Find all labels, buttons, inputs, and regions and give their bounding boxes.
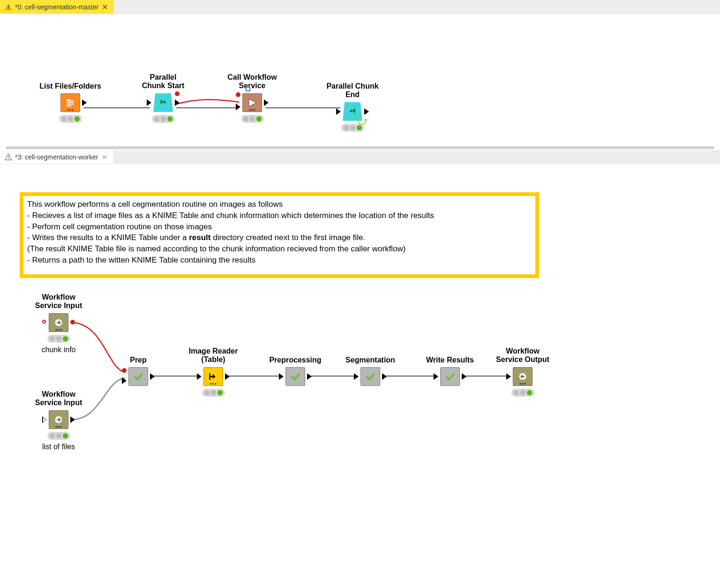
node-label: Parallel Chunk Start <box>130 73 196 90</box>
output-port[interactable] <box>225 373 230 380</box>
horizontal-scrollbar[interactable] <box>6 146 714 149</box>
node-label: Preprocessing <box>262 356 328 364</box>
node-label: Segmentation <box>338 356 403 364</box>
annotation-line: - Writes the results to a KNIME Table un… <box>27 232 532 243</box>
status-lights <box>47 335 70 343</box>
node-label: Workflow Service Input <box>26 293 91 310</box>
node-call-workflow-service[interactable]: Call Workflow Service <box>219 73 285 123</box>
annotation-line: - Perform cell cegmentation routine on t… <box>27 221 532 233</box>
warning-icon <box>5 153 12 161</box>
svg-rect-7 <box>8 158 8 159</box>
flowvar-in-port[interactable] <box>236 92 240 97</box>
input-port[interactable] <box>506 373 511 380</box>
loop-arrow-icon <box>357 115 367 126</box>
output-port[interactable] <box>264 99 269 106</box>
node-segmentation[interactable]: Segmentation <box>338 356 403 386</box>
input-port[interactable] <box>354 373 359 380</box>
svg-rect-1 <box>8 6 9 8</box>
output-port[interactable] <box>364 108 369 115</box>
node-prep[interactable]: Prep <box>105 356 171 386</box>
tab-bar-bottom: *3: cell-segmentation-worker ✕ <box>0 150 720 164</box>
list-files-icon <box>60 93 80 112</box>
node-write-results[interactable]: Write Results <box>417 356 483 386</box>
status-lights <box>59 115 82 123</box>
output-port[interactable] <box>175 99 180 106</box>
metanode-icon <box>440 367 460 386</box>
status-lights <box>241 115 264 123</box>
svg-rect-2 <box>8 8 9 9</box>
panel-master: *0: cell-segmentation-master ✕ List File… <box>0 0 720 150</box>
status-lights <box>47 432 70 440</box>
panel-worker: *3: cell-segmentation-worker ✕ This work… <box>0 150 720 483</box>
node-label: Prep <box>105 356 171 364</box>
output-port[interactable] <box>70 416 75 423</box>
input-port[interactable] <box>197 373 202 380</box>
output-port[interactable] <box>307 373 312 380</box>
annotation-line: - Recieves a list of image files as a KN… <box>27 210 532 221</box>
tab-bar-top: *0: cell-segmentation-master ✕ <box>0 0 720 14</box>
node-sublabel: chunk info <box>26 346 91 354</box>
service-input-icon <box>49 313 68 332</box>
warning-icon <box>5 3 12 11</box>
node-image-reader[interactable]: Image Reader (Table) <box>180 347 246 397</box>
tab-worker[interactable]: *3: cell-segmentation-worker ✕ <box>0 150 113 164</box>
node-label: Write Results <box>417 356 483 364</box>
status-lights <box>511 389 534 397</box>
output-port[interactable] <box>150 373 155 380</box>
service-output-icon <box>513 367 532 386</box>
svg-marker-3 <box>249 99 256 106</box>
node-label: Workflow Service Output <box>490 347 555 364</box>
annotation-line: (The result KNIME Table file is named ac… <box>27 243 532 255</box>
annotation-line: - Returns a path to the witten KNIME Tab… <box>27 255 532 266</box>
input-port[interactable] <box>122 377 127 384</box>
node-parallel-chunk-end[interactable]: Parallel Chunk End <box>320 82 385 132</box>
node-label: Call Workflow Service <box>219 73 285 90</box>
flowvar-in-port[interactable] <box>122 368 127 373</box>
flowvar-out-port[interactable] <box>70 320 75 324</box>
input-port[interactable] <box>336 108 341 115</box>
metanode-icon <box>360 367 380 386</box>
node-list-files[interactable]: List Files/Folders <box>38 82 103 123</box>
tab-title: *0: cell-segmentation-master <box>15 3 98 11</box>
output-port[interactable] <box>382 373 387 380</box>
node-label: List Files/Folders <box>38 82 103 90</box>
flowvar-in-port[interactable] <box>42 320 46 324</box>
svg-rect-6 <box>8 156 8 158</box>
workflow-port[interactable] <box>246 87 250 91</box>
close-icon[interactable]: ✕ <box>101 3 109 11</box>
service-input-icon <box>49 410 68 429</box>
metanode-icon <box>285 367 305 386</box>
output-port[interactable] <box>462 373 466 380</box>
node-workflow-service-input-chunk[interactable]: Workflow Service Input chunk info <box>26 293 91 354</box>
flowvar-out-port[interactable] <box>175 91 180 96</box>
status-lights <box>152 115 175 123</box>
input-port[interactable] <box>42 416 47 423</box>
image-reader-icon <box>203 367 223 386</box>
input-port[interactable] <box>236 104 240 110</box>
annotation-box[interactable]: This workflow performs a cell cegmentati… <box>20 192 539 278</box>
status-lights <box>202 389 225 397</box>
node-workflow-service-input-list[interactable]: Workflow Service Input list of files <box>26 390 91 451</box>
input-port[interactable] <box>147 99 151 106</box>
workflow-canvas-master[interactable]: List Files/Folders Parallel Chunk Start <box>0 14 720 150</box>
tab-title: *3: cell-segmentation-worker <box>15 153 98 161</box>
call-workflow-icon <box>242 93 262 112</box>
annotation-line: This workflow performs a cell cegmentati… <box>27 199 532 210</box>
input-port[interactable] <box>279 373 284 380</box>
close-icon[interactable]: ✕ <box>101 153 108 161</box>
node-workflow-service-output[interactable]: Workflow Service Output <box>490 347 555 397</box>
chunk-start-icon <box>153 93 173 112</box>
input-port[interactable] <box>434 373 438 380</box>
node-parallel-chunk-start[interactable]: Parallel Chunk Start <box>130 73 196 123</box>
metanode-icon <box>128 367 148 386</box>
node-sublabel: list of files <box>26 443 91 451</box>
node-preprocessing[interactable]: Preprocessing <box>262 356 328 386</box>
tab-master[interactable]: *0: cell-segmentation-master ✕ <box>0 0 113 14</box>
node-label: Parallel Chunk End <box>320 82 385 99</box>
workflow-canvas-worker[interactable]: This workflow performs a cell cegmentati… <box>0 164 720 483</box>
node-label: Image Reader (Table) <box>180 347 246 364</box>
output-port[interactable] <box>82 99 87 106</box>
node-label: Workflow Service Input <box>26 390 91 407</box>
